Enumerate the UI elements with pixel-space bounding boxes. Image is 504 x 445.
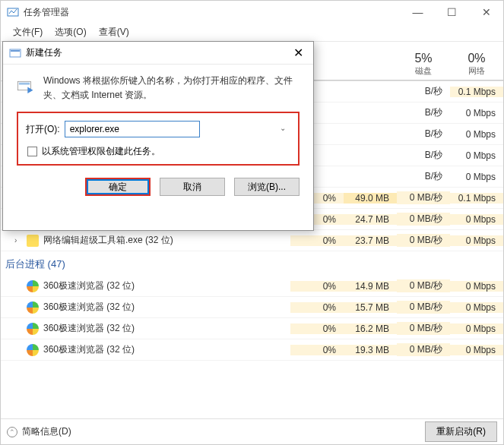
browse-button[interactable]: 浏览(B)...	[234, 178, 300, 196]
minimize-button[interactable]: —	[401, 1, 435, 24]
run-icon	[9, 47, 21, 59]
table-row[interactable]: 360极速浏览器 (32 位) 0%15.7 MB0 MB/秒0 Mbps	[1, 297, 503, 318]
dialog-description: Windows 将根据你所键入的名称，为你打开相应的程序、文件夹、文档或 Int…	[43, 74, 300, 103]
bottombar: ⌃ 简略信息(D) 重新启动(R)	[1, 418, 503, 444]
dialog-close-button[interactable]: ✕	[283, 46, 313, 60]
run-large-icon	[17, 74, 34, 98]
input-highlight-area: 打开(O): ⌄ 以系统管理权限创建此任务。	[17, 112, 300, 166]
process-name: 360极速浏览器 (32 位)	[43, 301, 135, 314]
process-name: 360极速浏览器 (32 位)	[43, 279, 135, 292]
menu-file[interactable]: 文件(F)	[7, 24, 49, 40]
app-icon	[27, 235, 39, 247]
table-row[interactable]: ›网络编辑超级工具箱.exe (32 位) 0%23.7 MB0 MB/秒0 M…	[1, 230, 503, 251]
process-name: 360极速浏览器 (32 位)	[43, 322, 135, 335]
run-dialog: 新建任务 ✕ Windows 将根据你所键入的名称，为你打开相应的程序、文件夹、…	[2, 41, 314, 231]
admin-checkbox-label: 以系统管理权限创建此任务。	[42, 145, 160, 158]
section-background-processes: 后台进程 (47)	[1, 251, 503, 276]
admin-checkbox[interactable]	[27, 147, 37, 156]
cancel-button[interactable]: 取消	[160, 178, 225, 196]
menu-options[interactable]: 选项(O)	[49, 24, 92, 40]
process-name: 360极速浏览器 (32 位)	[43, 343, 135, 356]
restart-button[interactable]: 重新启动(R)	[425, 421, 497, 442]
app-icon	[27, 280, 39, 292]
column-network[interactable]: 0% 网络	[450, 49, 503, 80]
svg-rect-2	[11, 50, 20, 52]
app-icon	[27, 301, 39, 314]
dialog-title: 新建任务	[26, 46, 283, 59]
app-icon	[27, 344, 39, 356]
chevron-up-icon: ⌃	[7, 427, 17, 437]
chevron-right-icon[interactable]: ›	[14, 236, 22, 245]
svg-rect-4	[19, 83, 30, 85]
maximize-button[interactable]: ☐	[435, 1, 469, 24]
app-icon	[27, 323, 39, 335]
open-label: 打开(O):	[26, 123, 60, 136]
close-button[interactable]: ✕	[469, 1, 503, 24]
dialog-titlebar: 新建任务 ✕	[3, 42, 313, 65]
taskmgr-icon	[7, 6, 19, 18]
open-input[interactable]	[65, 121, 200, 137]
menubar: 文件(F) 选项(O) 查看(V)	[1, 24, 503, 42]
fewer-details-button[interactable]: ⌃ 简略信息(D)	[7, 425, 71, 438]
column-disk[interactable]: 5% 磁盘	[397, 49, 450, 80]
ok-button[interactable]: 确定	[85, 178, 151, 196]
menu-view[interactable]: 查看(V)	[93, 24, 135, 40]
table-row[interactable]: 360极速浏览器 (32 位) 0%19.3 MB0 MB/秒0 Mbps	[1, 339, 503, 361]
table-row[interactable]: 360极速浏览器 (32 位) 0%16.2 MB0 MB/秒0 Mbps	[1, 318, 503, 339]
chevron-down-icon[interactable]: ⌄	[280, 124, 286, 132]
table-row[interactable]: 360极速浏览器 (32 位) 0%14.9 MB0 MB/秒0 Mbps	[1, 276, 503, 297]
window-title: 任务管理器	[24, 6, 401, 19]
titlebar: 任务管理器 — ☐ ✕	[1, 1, 503, 24]
process-name: 网络编辑超级工具箱.exe (32 位)	[43, 234, 173, 247]
